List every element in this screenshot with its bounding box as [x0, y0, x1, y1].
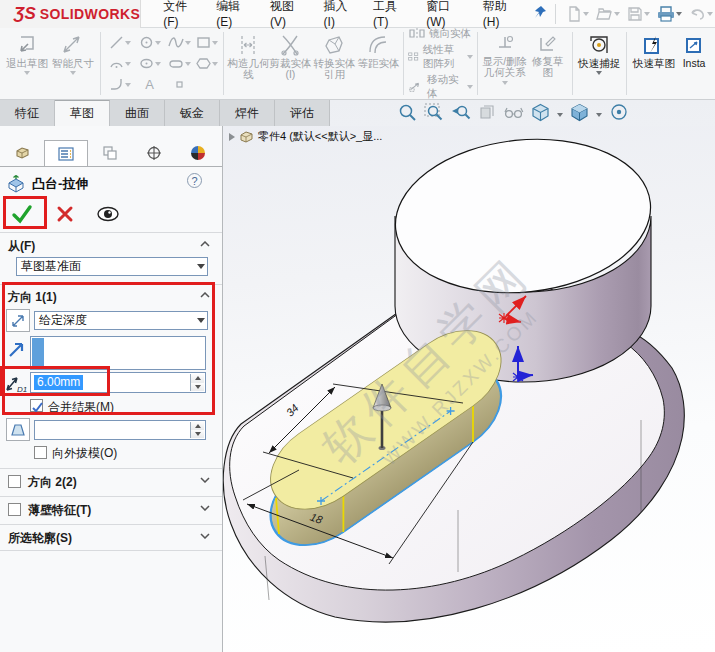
draft-outward-checkbox[interactable] [34, 446, 47, 459]
menu-insert[interactable]: 插入(I) [324, 0, 356, 29]
move-entities-button[interactable]: 移动实体 [408, 73, 473, 101]
zoom-to-fit-button[interactable] [398, 103, 417, 126]
tab-evaluate[interactable]: 评估 [275, 100, 330, 126]
merge-result-checkbox[interactable] [30, 399, 43, 412]
rapid-sketch-label: 快速草图 [633, 58, 675, 70]
zoom-to-area-button[interactable] [424, 103, 444, 126]
selected-contours-section-header[interactable]: 所选轮廓(S) [8, 530, 72, 547]
arc-tool[interactable] [105, 56, 135, 71]
heads-up-view-toolbar [398, 103, 629, 126]
line-tool[interactable] [105, 35, 135, 50]
offset-entities-button[interactable]: 等距实体 [357, 31, 399, 97]
sketch-fillet-tool[interactable] [105, 77, 135, 92]
new-document-button[interactable] [564, 5, 591, 23]
tab-sketch[interactable]: 草图 [55, 100, 110, 126]
direction-reference-listbox[interactable] [30, 336, 206, 370]
view-orientation-button[interactable] [570, 103, 589, 126]
menu-file[interactable]: 文件(F) [163, 0, 198, 29]
flyout-feature-tree[interactable]: 零件4 (默认<<默认>_显... [229, 129, 382, 144]
rectangle-tool[interactable] [195, 35, 219, 50]
display-manager-tab[interactable] [176, 140, 220, 166]
chevron-down-icon[interactable] [200, 477, 210, 483]
feature-manager-tab[interactable] [0, 140, 44, 166]
menu-tools[interactable]: 工具(T) [373, 0, 408, 29]
quick-snaps-icon [588, 34, 610, 56]
help-icon[interactable]: ? [187, 173, 202, 188]
menu-view[interactable]: 视图(V) [270, 0, 306, 29]
end-condition-dropdown[interactable]: 给定深度 [34, 311, 208, 330]
pushpin-icon[interactable] [533, 5, 547, 23]
property-manager-tab[interactable] [44, 140, 88, 166]
save-button[interactable] [625, 5, 652, 23]
chevron-down-icon[interactable] [200, 505, 210, 511]
reverse-direction-button[interactable] [6, 309, 30, 332]
cancel-x-button[interactable] [56, 205, 74, 223]
ellipse-tool[interactable] [135, 56, 165, 71]
previous-view-button[interactable] [451, 103, 471, 126]
mirror-entities-icon [408, 28, 426, 40]
draft-angle-field[interactable] [34, 420, 206, 440]
repair-sketch-button[interactable]: 修复草图 [528, 31, 568, 97]
undo-button[interactable] [687, 5, 715, 23]
instant2d-button[interactable]: Insta [677, 31, 711, 97]
direction1-section-header[interactable]: 方向 1(1) [8, 289, 57, 306]
chevron-up-icon[interactable] [200, 241, 210, 247]
direction2-section-header[interactable]: 方向 2(2) [28, 474, 77, 491]
view-orientation-caret[interactable] [596, 113, 602, 117]
depth-field[interactable]: 6.00mm [30, 372, 206, 393]
hide-show-items-button[interactable] [609, 103, 629, 126]
convert-entities-button[interactable]: 转换实体引用 [311, 31, 357, 97]
menu-help[interactable]: 帮助(H) [483, 0, 519, 29]
trim-entities-button[interactable]: 剪裁实体(I) [269, 31, 311, 97]
polygon-tool[interactable] [195, 56, 219, 71]
ok-check-button[interactable] [10, 203, 34, 225]
graphics-viewport[interactable]: 零件4 (默认<<默认>_显... [223, 126, 715, 652]
display-style-button[interactable] [531, 103, 550, 126]
ellipse-icon [139, 56, 154, 71]
display-style-caret[interactable] [557, 113, 563, 117]
rectangle-icon [196, 35, 211, 50]
from-section-header[interactable]: 从(F) [8, 238, 35, 255]
rapid-sketch-button[interactable]: 快速草图 [631, 31, 677, 97]
depth-spinner[interactable] [190, 374, 204, 391]
direction2-checkbox[interactable] [8, 475, 21, 488]
quick-snaps-button[interactable]: 快速捕捉 [576, 31, 622, 97]
smart-dimension-button[interactable]: 智能尺寸 [50, 31, 96, 97]
display-delete-relations-button[interactable]: 显示/删除几何关系 [482, 31, 528, 97]
end-condition-value: 给定深度 [39, 312, 87, 329]
chevron-down-icon[interactable] [200, 533, 210, 539]
slot-tool[interactable] [165, 56, 195, 71]
draft-angle-spinner[interactable] [190, 422, 204, 438]
text-tool[interactable]: A [135, 77, 165, 92]
chevron-up-icon[interactable] [200, 292, 210, 298]
circle-tool[interactable] [135, 35, 165, 50]
open-document-button[interactable] [594, 5, 622, 23]
construction-geometry-button[interactable]: 构造几何线 [227, 31, 269, 97]
thin-feature-section-header[interactable]: 薄壁特征(T) [28, 502, 91, 519]
tab-sheet-metal[interactable]: 钣金 [165, 100, 220, 126]
mirror-entities-button[interactable]: 镜向实体 [408, 28, 473, 41]
tab-surfaces[interactable]: 曲面 [110, 100, 165, 126]
print-button[interactable] [655, 5, 684, 23]
draft-button[interactable] [6, 418, 30, 441]
spline-tool[interactable] [165, 35, 195, 50]
point-tool[interactable] [165, 81, 195, 89]
view-settings-button[interactable] [504, 103, 524, 126]
from-condition-dropdown[interactable]: 草图基准面 [16, 257, 208, 276]
thin-feature-checkbox[interactable] [8, 503, 21, 516]
command-tabs: 特征 草图 曲面 钣金 焊件 评估 [0, 100, 715, 126]
preview-eye-button[interactable] [96, 206, 120, 222]
linear-pattern-icon [408, 50, 420, 63]
configuration-manager-tab[interactable] [88, 140, 132, 166]
expand-arrow-icon[interactable] [229, 133, 235, 141]
part-root-label[interactable]: 零件4 (默认<<默认>_显... [258, 129, 382, 144]
svg-text:D1: D1 [17, 385, 27, 394]
linear-pattern-button[interactable]: 线性草图阵列 [408, 43, 473, 71]
exit-sketch-button[interactable]: 退出草图 [4, 31, 50, 97]
tab-features[interactable]: 特征 [0, 100, 55, 126]
dimxpert-manager-tab[interactable] [132, 140, 176, 166]
menu-window[interactable]: 窗口(W) [426, 0, 465, 29]
menu-edit[interactable]: 编辑(E) [216, 0, 252, 29]
tab-weldments[interactable]: 焊件 [220, 100, 275, 126]
section-view-button[interactable] [478, 103, 497, 126]
